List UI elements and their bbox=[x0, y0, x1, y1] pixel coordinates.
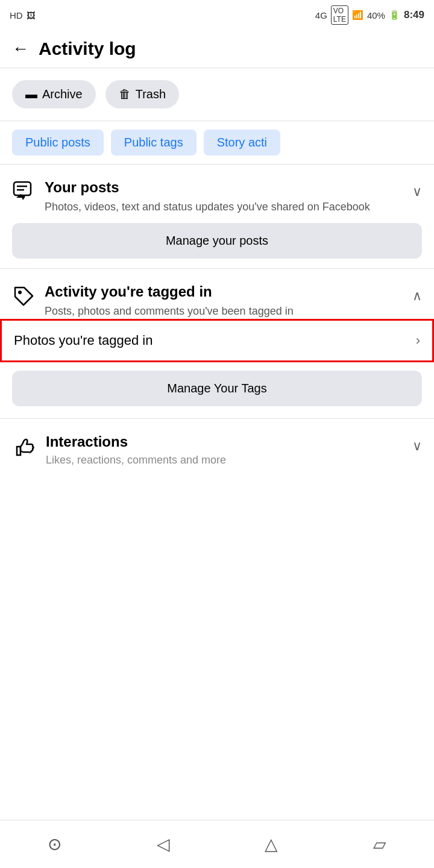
status-right: 4G VOLTE 📶 40% 🔋 8:49 bbox=[315, 5, 424, 25]
tagged-desc: Posts, photos and comments you've been t… bbox=[45, 304, 403, 319]
interactions-header: Interactions Likes, reactions, comments … bbox=[12, 433, 422, 468]
your-posts-section: Your posts Photos, videos, text and stat… bbox=[0, 165, 434, 269]
your-posts-desc: Photos, videos, text and status updates … bbox=[45, 200, 403, 215]
your-posts-title: Your posts bbox=[45, 179, 403, 196]
tab-public-tags[interactable]: Public tags bbox=[111, 130, 197, 156]
signal-icon: 📶 bbox=[352, 10, 363, 20]
svg-rect-0 bbox=[14, 182, 31, 195]
tab-story-activity[interactable]: Story acti bbox=[204, 130, 280, 156]
tagged-header: Activity you're tagged in Posts, photos … bbox=[12, 283, 422, 319]
interactions-desc: Likes, reactions, comments and more bbox=[46, 453, 403, 468]
trash-button[interactable]: 🗑 Trash bbox=[105, 80, 179, 108]
manage-posts-button[interactable]: Manage your posts bbox=[12, 223, 422, 259]
interactions-section: Interactions Likes, reactions, comments … bbox=[0, 419, 434, 468]
manage-tags-button[interactable]: Manage Your Tags bbox=[12, 371, 422, 406]
tab-public-posts[interactable]: Public posts bbox=[12, 130, 104, 156]
top-buttons-row: ▬ Archive 🗑 Trash bbox=[0, 68, 434, 121]
photos-tagged-chevron: › bbox=[416, 333, 420, 348]
nav-house-icon[interactable]: △ bbox=[265, 834, 278, 854]
nav-home-icon[interactable]: ⊙ bbox=[48, 834, 61, 854]
tagged-text: Activity you're tagged in Posts, photos … bbox=[45, 283, 403, 319]
bottom-nav: ⊙ ◁ △ ▱ bbox=[0, 820, 434, 868]
filter-tabs-row: Public posts Public tags Story acti bbox=[0, 121, 434, 165]
page-title: Activity log bbox=[39, 39, 136, 59]
interactions-title: Interactions bbox=[46, 433, 403, 450]
archive-label: Archive bbox=[42, 87, 83, 101]
svg-point-5 bbox=[18, 291, 22, 294]
status-left: HD 🖼 bbox=[10, 10, 36, 20]
tagged-section: Activity you're tagged in Posts, photos … bbox=[0, 269, 434, 319]
your-posts-header: Your posts Photos, videos, text and stat… bbox=[12, 179, 422, 215]
header: ← Activity log bbox=[0, 30, 434, 68]
manage-tags-container: Manage Your Tags bbox=[0, 371, 434, 419]
trash-icon: 🗑 bbox=[119, 87, 131, 101]
photos-tagged-row[interactable]: Photos you're tagged in › bbox=[0, 319, 434, 362]
interactions-icon bbox=[12, 435, 36, 464]
interactions-text: Interactions Likes, reactions, comments … bbox=[46, 433, 403, 468]
time-label: 8:49 bbox=[404, 9, 424, 21]
archive-button[interactable]: ▬ Archive bbox=[12, 80, 96, 108]
hd-label: HD bbox=[10, 10, 23, 20]
back-button[interactable]: ← bbox=[12, 39, 29, 58]
nav-back-icon[interactable]: ◁ bbox=[157, 834, 170, 854]
network-label: 4G bbox=[315, 10, 327, 20]
your-posts-chevron: ∨ bbox=[412, 184, 422, 200]
tagged-title: Activity you're tagged in bbox=[45, 283, 403, 300]
archive-icon: ▬ bbox=[25, 87, 37, 101]
photos-tagged-label: Photos you're tagged in bbox=[14, 333, 153, 348]
battery-label: 40% bbox=[367, 10, 385, 20]
your-posts-text: Your posts Photos, videos, text and stat… bbox=[45, 179, 403, 215]
vo-lte-label: VOLTE bbox=[331, 5, 348, 25]
trash-label: Trash bbox=[136, 87, 166, 101]
photo-icon: 🖼 bbox=[27, 10, 36, 20]
your-posts-icon bbox=[12, 180, 35, 209]
interactions-chevron: ∨ bbox=[412, 438, 422, 454]
tag-icon bbox=[12, 285, 35, 313]
nav-recent-icon[interactable]: ▱ bbox=[373, 834, 386, 854]
battery-icon: 🔋 bbox=[389, 10, 400, 20]
status-bar: HD 🖼 4G VOLTE 📶 40% 🔋 8:49 bbox=[0, 0, 434, 30]
tagged-chevron: ∧ bbox=[412, 288, 422, 304]
